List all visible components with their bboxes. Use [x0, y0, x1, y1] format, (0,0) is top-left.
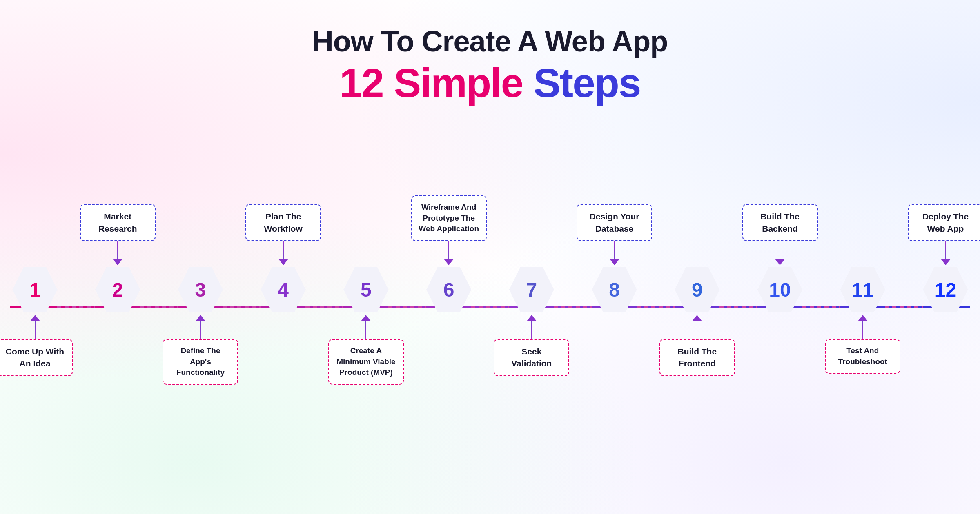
step-col-11: 11Test And Troubleshoot [825, 131, 900, 449]
step-label-box-2: Market Research [80, 204, 156, 241]
title-number: 12 [339, 60, 383, 106]
step-number-10: 10 [769, 279, 791, 301]
step-number-6: 6 [443, 279, 454, 301]
hex-shape-1: 1 [13, 267, 58, 312]
hex-shape-2: 2 [95, 267, 140, 312]
hex-area-9: 9 [675, 265, 719, 314]
vline-top-2 [117, 241, 118, 259]
step-label-box-11: Test And Troubleshoot [825, 339, 900, 374]
chevron-up-1 [30, 315, 40, 321]
step-bot-area-3: Define The App's Functionality [163, 314, 238, 449]
chevron-down-10 [775, 259, 785, 265]
step-number-7: 7 [526, 279, 537, 301]
title-simple: Simple [394, 60, 534, 106]
step-top-area-2: Market Research [80, 131, 156, 265]
step-label-box-3: Define The App's Functionality [163, 339, 238, 385]
infographic: 1Come Up With An IdeaMarket Research23De… [0, 131, 980, 457]
title-line1: How To Create A Web App [312, 24, 668, 58]
step-number-5: 5 [361, 279, 372, 301]
step-top-area-8: Design Your Database [577, 131, 652, 265]
vline-bot-9 [697, 321, 697, 339]
step-label-box-10: Build The Backend [742, 204, 818, 241]
step-top-area-12: Deploy The Web App [908, 131, 980, 265]
hex-area-5: 5 [343, 265, 388, 314]
step-number-8: 8 [609, 279, 620, 301]
hex-shape-11: 11 [840, 267, 885, 312]
step-top-area-4: Plan The Workflow [245, 131, 321, 265]
chevron-up-9 [692, 315, 702, 321]
step-label-box-6: Wireframe And Prototype The Web Applicat… [411, 195, 487, 241]
chevron-down-4 [278, 259, 288, 265]
hex-area-11: 11 [840, 265, 885, 314]
step-col-1: 1Come Up With An Idea [0, 131, 73, 449]
chevron-down-8 [610, 259, 619, 265]
header: How To Create A Web App 12 Simple Steps [312, 24, 668, 106]
hex-shape-9: 9 [675, 267, 719, 312]
vline-bot-3 [200, 321, 201, 339]
vline-bot-7 [531, 321, 532, 339]
hex-area-2: 2 [95, 265, 140, 314]
title-steps: Steps [533, 60, 640, 106]
step-number-4: 4 [278, 279, 289, 301]
hex-area-10: 10 [757, 265, 802, 314]
step-label-box-4: Plan The Workflow [245, 204, 321, 241]
chevron-down-12 [941, 259, 951, 265]
step-label-box-1: Come Up With An Idea [0, 339, 73, 376]
step-bot-area-9: Build The Frontend [659, 314, 735, 449]
chevron-up-11 [858, 315, 868, 321]
step-col-5: 5Create A Minimum Viable Product (MVP) [328, 131, 404, 449]
step-col-7: 7Seek Validation [494, 131, 569, 449]
step-col-8: Design Your Database8 [577, 131, 652, 449]
hex-shape-4: 4 [261, 267, 306, 312]
step-label-box-8: Design Your Database [577, 204, 652, 241]
hex-shape-10: 10 [757, 267, 802, 312]
step-number-11: 11 [852, 279, 873, 301]
step-col-9: 9Build The Frontend [659, 131, 735, 449]
hex-area-4: 4 [261, 265, 306, 314]
chevron-down-6 [444, 259, 454, 265]
chevron-up-7 [527, 315, 537, 321]
step-number-12: 12 [935, 279, 956, 301]
title-line2: 12 Simple Steps [312, 60, 668, 106]
step-number-3: 3 [195, 279, 206, 301]
step-number-9: 9 [692, 279, 703, 301]
vline-bot-11 [862, 321, 863, 339]
step-bot-area-7: Seek Validation [494, 314, 569, 449]
page-container: How To Create A Web App 12 Simple Steps … [0, 0, 980, 514]
step-number-1: 1 [29, 279, 40, 301]
chevron-down-2 [113, 259, 122, 265]
hex-area-12: 12 [923, 265, 968, 314]
hex-area-1: 1 [13, 265, 58, 314]
hex-area-8: 8 [592, 265, 637, 314]
step-label-box-9: Build The Frontend [659, 339, 735, 376]
step-top-area-10: Build The Backend [742, 131, 818, 265]
hex-area-6: 6 [426, 265, 471, 314]
hex-shape-12: 12 [923, 267, 968, 312]
step-label-box-12: Deploy The Web App [908, 204, 980, 241]
chevron-up-3 [196, 315, 205, 321]
hex-shape-5: 5 [343, 267, 388, 312]
step-number-2: 2 [112, 279, 123, 301]
step-label-box-5: Create A Minimum Viable Product (MVP) [328, 339, 404, 385]
step-label-box-7: Seek Validation [494, 339, 569, 376]
vline-top-6 [448, 241, 449, 259]
step-col-10: Build The Backend10 [742, 131, 818, 449]
step-bot-area-1: Come Up With An Idea [0, 314, 73, 449]
step-col-4: Plan The Workflow4 [245, 131, 321, 449]
vline-top-10 [780, 241, 780, 259]
hex-area-3: 3 [178, 265, 223, 314]
step-col-12: Deploy The Web App12 [908, 131, 980, 449]
hex-shape-7: 7 [509, 267, 554, 312]
vline-top-8 [614, 241, 615, 259]
step-col-3: 3Define The App's Functionality [163, 131, 238, 449]
vline-bot-1 [35, 321, 36, 339]
hex-shape-8: 8 [592, 267, 637, 312]
step-col-2: Market Research2 [80, 131, 156, 449]
vline-bot-5 [365, 321, 366, 339]
step-bot-area-5: Create A Minimum Viable Product (MVP) [328, 314, 404, 449]
hex-shape-3: 3 [178, 267, 223, 312]
hex-shape-6: 6 [426, 267, 471, 312]
step-top-area-6: Wireframe And Prototype The Web Applicat… [411, 131, 487, 265]
step-col-6: Wireframe And Prototype The Web Applicat… [411, 131, 487, 449]
chevron-up-5 [361, 315, 371, 321]
